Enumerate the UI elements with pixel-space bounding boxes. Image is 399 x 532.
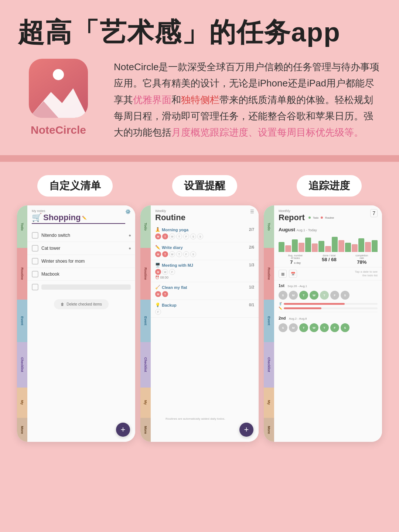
screen3-title-area: Monthly Report Todo Routine [279, 209, 334, 222]
yoga-day-t2: T [176, 233, 182, 239]
todo-item-2: Cat tower [27, 242, 135, 255]
week1-section: 1st Sep.26 - Aug.1 [274, 280, 382, 289]
week2-label: 2nd [279, 316, 286, 320]
sidebar-routine[interactable]: Routine [17, 248, 27, 300]
w2-t2[interactable]: T [320, 323, 329, 332]
add-item-box [27, 281, 135, 293]
add-item-line [41, 284, 131, 290]
edit-icon[interactable]: ✏️ [82, 216, 86, 220]
sidebar3-event[interactable]: Event [264, 300, 274, 342]
routine-backup: 💡 Backup 0/1 F [151, 300, 259, 318]
shopping-icon: 🛒 [32, 213, 42, 222]
delete-checked-btn[interactable]: 🗑 Delete checked items [54, 299, 109, 309]
delete-btn-label: Delete checked items [66, 302, 102, 306]
calendar-view-icon[interactable]: 📅 [289, 270, 297, 278]
sidebar2-more[interactable]: More [140, 418, 151, 442]
sidebar-my[interactable]: My [17, 388, 27, 418]
legend-routine-label: Routine [325, 216, 334, 219]
bar-4 [299, 243, 304, 252]
avg-unit: a day [294, 262, 301, 264]
diary-count: 2/6 [249, 245, 254, 249]
view-icons: ▦ 📅 [279, 270, 297, 278]
weekly-label: Weekly [155, 209, 185, 213]
w1-m[interactable]: M [289, 291, 298, 300]
bar-2 [285, 245, 291, 252]
backup-name: 💡 Backup [155, 303, 177, 307]
sidebar2-event[interactable]: Event [140, 300, 151, 342]
sidebar3-routine[interactable]: Routine [264, 248, 274, 300]
checkbox-3[interactable] [32, 258, 38, 265]
dot-2 [129, 248, 131, 249]
sidebar3-more[interactable]: More [264, 418, 274, 442]
stat-done: done / total 58 / 68 [322, 254, 337, 265]
done-value: 58 / 68 [322, 257, 337, 262]
sidebar2-checklist[interactable]: Checklist [140, 342, 151, 388]
w2-w[interactable]: W [310, 323, 318, 332]
w1-t2[interactable]: T [320, 291, 329, 300]
screen2-sidebar: Todo Routine Event Checklist My More [140, 205, 151, 442]
highlight-sidebar: 独特侧栏 [181, 94, 219, 105]
sidebar-todo[interactable]: Todo [17, 205, 27, 248]
sidebar3-checklist[interactable]: Checklist [264, 342, 274, 388]
fab-add-btn[interactable]: + [116, 423, 130, 437]
screen3-header: Monthly Report Todo Routine 7 [274, 205, 382, 225]
w1-w[interactable]: W [310, 291, 318, 300]
diary-icon: ✏️ [155, 245, 160, 250]
week1-label: 1st [279, 283, 284, 288]
meeting-day-f: F [169, 269, 175, 275]
w1-s[interactable]: S [279, 291, 287, 300]
screen1-header: My notes 🛒 Shopping ✏️ ⚙️ [27, 205, 135, 229]
w2-m[interactable]: M [289, 323, 298, 332]
feature-labels: 自定义清单 设置提醒 追踪进度 [7, 175, 392, 197]
main-title: 超高「艺术感」的任务app [18, 18, 381, 47]
w1-s2[interactable]: S [341, 291, 349, 300]
checkbox-1[interactable] [32, 232, 38, 239]
w2-f[interactable]: F [330, 323, 339, 332]
routine-meeting: 🖥️ Meeting with MJ 1/3 M W F ⏰ 08:00 [151, 260, 259, 282]
sidebar2-routine[interactable]: Routine [140, 248, 151, 300]
calendar-btn[interactable]: 7 [370, 209, 378, 217]
w2-s[interactable]: S [279, 323, 287, 332]
avg-value: 7 a day [288, 259, 303, 265]
meeting-day-m: M [155, 269, 161, 275]
sidebar3-todo[interactable]: Todo [264, 205, 274, 248]
feature-label-track: 追踪进度 [297, 175, 362, 197]
progress-divider [279, 312, 378, 312]
sidebar-event[interactable]: Event [17, 300, 27, 342]
clean-day-t: T [162, 291, 168, 297]
w2-t[interactable]: T [299, 323, 308, 332]
legend-routine-dot [321, 216, 323, 219]
meeting-day-w: W [162, 269, 168, 275]
sidebar-more[interactable]: More [17, 418, 27, 442]
sidebar3-my[interactable]: My [264, 388, 274, 418]
clean-count: 1/2 [249, 285, 254, 289]
screen1-title: 🛒 Shopping ✏️ [32, 213, 125, 222]
meeting-header: 🖥️ Meeting with MJ 1/3 [155, 263, 254, 267]
checkbox-2[interactable] [32, 245, 38, 252]
routine-footer: Routines are automatically added daily t… [161, 415, 259, 423]
bar-chart-icon[interactable]: ▦ [279, 270, 287, 278]
w2-s2[interactable]: S [341, 323, 349, 332]
fab2-add-btn[interactable]: + [239, 423, 253, 437]
w1-t[interactable]: T [299, 291, 308, 300]
view-toggle: ▦ 📅 Tap a date to seethe todo list [274, 267, 382, 280]
todo-text-3: Winter shoes for mom [41, 259, 131, 264]
screen1-subtitle: My notes [32, 209, 125, 213]
checkbox-4[interactable] [32, 271, 38, 277]
trash-icon: 🗑 [61, 302, 64, 306]
backup-count: 0/1 [249, 303, 254, 307]
sidebar2-todo[interactable]: Todo [140, 205, 151, 248]
diary-name: ✏️ Write diary [155, 245, 183, 250]
filter-icon[interactable]: ☰ [250, 209, 254, 214]
sidebar2-my[interactable]: My [140, 388, 151, 418]
bar-9 [332, 237, 338, 252]
gear-icon[interactable]: ⚙️ [125, 209, 131, 214]
w1-f[interactable]: F [330, 291, 339, 300]
sidebar-checklist[interactable]: Checklist [17, 342, 27, 388]
week1-days: S M T W T F S [274, 289, 382, 301]
legend-todo-dot [308, 216, 311, 219]
done-label: done / total [322, 254, 337, 257]
highlight-features: 月度概览跟踪进度、设置每周目标优先级等。 [171, 127, 364, 138]
tap-hint: Tap a date to seethe todo list [355, 270, 378, 278]
yoga-day-s2: S [197, 233, 203, 239]
